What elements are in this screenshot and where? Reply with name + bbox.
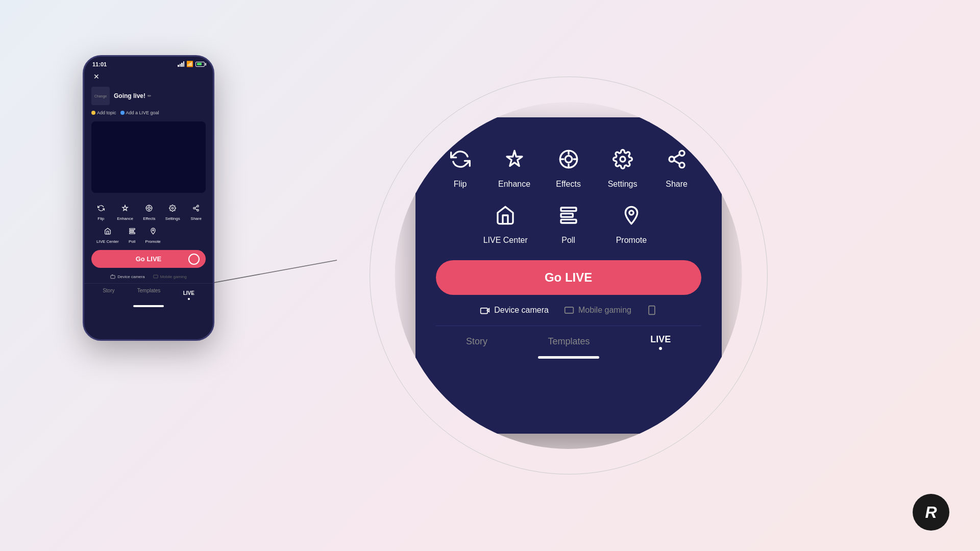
mobile-gaming-opt-large[interactable]: Mobile gaming [564, 305, 631, 315]
svg-point-2 [148, 207, 151, 210]
poll-icon [125, 224, 139, 238]
tab-live-small[interactable]: LIVE [183, 288, 194, 300]
svg-rect-17 [111, 276, 115, 279]
settings-label: Settings [165, 216, 180, 221]
tabs-small: Story Templates LIVE [84, 283, 213, 302]
home-bar-large [538, 356, 599, 359]
mag-settings-icon [606, 143, 639, 176]
svg-point-7 [172, 207, 174, 209]
wifi-icon: 📶 [186, 61, 193, 67]
camera-options-small: Device camera Mobile gaming [84, 272, 213, 281]
tab-live-large[interactable]: LIVE [642, 334, 679, 350]
going-live-title: Going live! [114, 92, 145, 99]
svg-point-25 [620, 157, 625, 162]
mag-enhance-label: Enhance [498, 180, 530, 189]
tab-story-large[interactable]: Story [458, 334, 496, 350]
mag-promote-item[interactable]: Promote [602, 199, 660, 245]
mag-share-label: Share [666, 180, 688, 189]
r-badge: R [913, 494, 949, 531]
mobile-gaming-opt-small[interactable]: Mobile gaming [153, 274, 187, 279]
mag-icons-row-1: Flip Enhance Effects Settings [436, 143, 701, 189]
battery-icon [195, 62, 205, 67]
mag-effects-icon [552, 143, 585, 176]
mag-enhance-icon [498, 143, 531, 176]
effects-icon [142, 201, 156, 215]
svg-point-10 [197, 209, 199, 211]
extra-opt[interactable] [647, 305, 657, 315]
go-live-button-small[interactable]: Go LIVE [91, 250, 206, 268]
mag-poll-item[interactable]: Poll [540, 199, 597, 245]
svg-rect-31 [561, 208, 576, 211]
share-icon-item[interactable]: Share [189, 201, 203, 221]
add-goal-pill[interactable]: Add a LIVE goal [120, 110, 159, 115]
icons-row-2: LIVE Center Poll Promote [84, 223, 213, 246]
promote-label: Promote [145, 239, 161, 244]
mag-live-center-icon [489, 199, 522, 232]
enhance-label: Enhance [117, 216, 133, 221]
share-icon [189, 201, 203, 215]
mag-enhance-item[interactable]: Enhance [490, 143, 539, 189]
svg-point-8 [197, 205, 199, 207]
mag-poll-icon [552, 199, 585, 232]
go-live-button-large[interactable]: Go LIVE [436, 260, 701, 295]
poll-icon-item[interactable]: Poll [125, 224, 139, 244]
flip-label: Flip [97, 216, 104, 221]
live-center-icon-item[interactable]: LIVE Center [96, 224, 119, 244]
live-center-label: LIVE Center [96, 239, 119, 244]
mobile-gaming-label-large: Mobile gaming [578, 306, 631, 315]
device-camera-opt-small[interactable]: Device camera [110, 274, 144, 279]
svg-line-12 [195, 207, 197, 208]
add-goal-label: Add a LIVE goal [126, 110, 159, 115]
flip-icon [94, 201, 108, 215]
mag-live-center-item[interactable]: LIVE Center [477, 199, 534, 245]
effects-icon-item[interactable]: Effects [142, 201, 156, 221]
camera-options-large: Device camera Mobile gaming [436, 305, 701, 315]
topic-row: Add topic Add a LIVE goal [84, 108, 213, 117]
close-icon[interactable]: ✕ [91, 71, 102, 82]
mag-live-center-label: LIVE Center [483, 236, 528, 245]
mag-promote-label: Promote [616, 236, 647, 245]
mag-icons-row-2: LIVE Center Poll Promote [436, 199, 701, 245]
svg-rect-32 [561, 214, 573, 217]
icons-row-1: Flip Enhance Effects [84, 197, 213, 223]
go-live-dot [188, 254, 200, 265]
mag-settings-item[interactable]: Settings [598, 143, 647, 189]
svg-line-11 [195, 209, 197, 210]
enhance-icon [118, 201, 132, 215]
svg-point-20 [565, 156, 572, 162]
tab-templates-large[interactable]: Templates [540, 334, 598, 350]
tab-story-small[interactable]: Story [103, 288, 114, 300]
svg-rect-33 [561, 219, 576, 223]
change-label: Change [94, 94, 107, 98]
magnified-panel: Flip Enhance Effects Settings [415, 117, 722, 434]
thumbnail[interactable]: Change [91, 87, 110, 105]
tab-templates-small[interactable]: Templates [137, 288, 161, 300]
enhance-icon-item[interactable]: Enhance [117, 201, 133, 221]
status-bar: 11:01 📶 [84, 57, 213, 69]
tab-live-indicator [188, 298, 190, 300]
camera-preview [91, 121, 206, 193]
svg-rect-14 [129, 231, 133, 232]
mag-promote-icon [615, 199, 648, 232]
home-bar-small [133, 305, 164, 307]
going-live-section: Change Going live! ✏ [84, 84, 213, 108]
settings-icon-item[interactable]: Settings [165, 201, 180, 221]
phone-mockup: 11:01 📶 ✕ [83, 55, 214, 341]
promote-icon-item[interactable]: Promote [145, 224, 161, 244]
mag-effects-item[interactable]: Effects [544, 143, 593, 189]
signal-icon [178, 61, 184, 67]
device-camera-opt-large[interactable]: Device camera [480, 305, 549, 315]
svg-point-34 [629, 211, 633, 215]
svg-rect-13 [129, 229, 135, 230]
svg-point-9 [193, 207, 195, 209]
share-label: Share [191, 216, 202, 221]
svg-rect-15 [129, 233, 135, 234]
tabs-large: Story Templates LIVE [436, 325, 701, 350]
add-topic-pill[interactable]: Add topic [91, 110, 116, 115]
svg-line-30 [674, 155, 679, 158]
phone-header: ✕ [84, 69, 213, 84]
tab-live-dot-large [659, 347, 662, 350]
edit-icon-small[interactable]: ✏ [148, 93, 152, 98]
flip-icon-item[interactable]: Flip [94, 201, 108, 221]
device-camera-label-large: Device camera [494, 306, 549, 315]
